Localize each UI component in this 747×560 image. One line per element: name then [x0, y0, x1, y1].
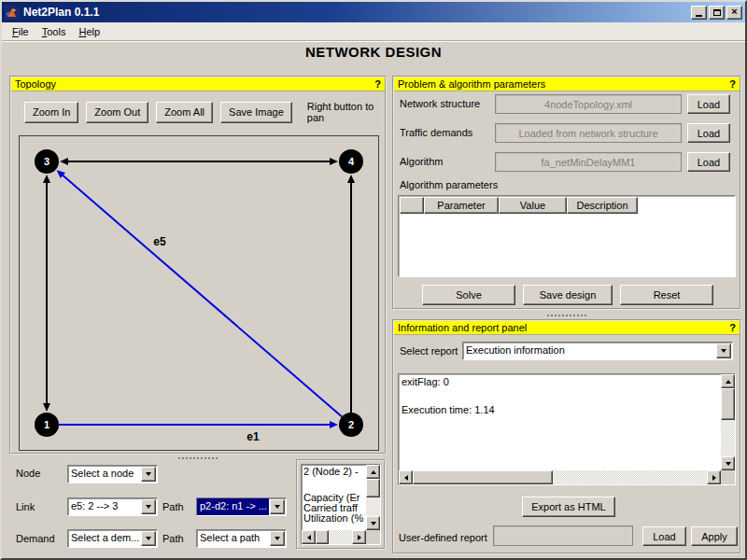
node-select-value: Select a node	[68, 466, 140, 483]
table-header-value[interactable]: Value	[499, 197, 567, 214]
demand-label: Demand	[16, 533, 55, 544]
save-image-button[interactable]: Save Image	[220, 102, 292, 123]
help-icon[interactable]: ?	[729, 322, 736, 333]
node-info-list: 2 (Node 2) - Capacity (ErCarried traffUt…	[302, 465, 366, 530]
solve-button[interactable]: Solve	[422, 285, 515, 305]
report-text[interactable]: exitFlag: 0 Execution time: 1.14	[399, 374, 721, 470]
title-bar[interactable]: Net2Plan 0.1.1 ×	[2, 2, 745, 22]
algorithm-parameters-label: Algorithm parameters	[400, 179, 498, 190]
scrollbar-track[interactable]	[329, 530, 352, 544]
node-select[interactable]: Select a node	[67, 465, 158, 483]
report-select[interactable]: Execution information	[462, 342, 733, 360]
help-icon[interactable]: ?	[729, 78, 736, 90]
menu-help[interactable]: Help	[72, 24, 106, 39]
chevron-down-icon[interactable]	[270, 531, 285, 546]
pan-hint-text: Right button to pan	[307, 101, 385, 123]
table-header-description[interactable]: Description	[567, 197, 638, 214]
edge-label: e1	[247, 430, 260, 443]
app-icon	[5, 6, 20, 20]
scrollbar-thumb[interactable]	[366, 479, 380, 497]
maximize-button[interactable]	[709, 6, 725, 20]
apply-report-button[interactable]: Apply	[691, 526, 738, 546]
topology-graph[interactable]: e1e51234	[20, 136, 378, 450]
network-structure-label: Network structure	[400, 98, 480, 109]
scroll-up-button[interactable]	[721, 374, 735, 388]
load-network-button[interactable]: Load	[687, 94, 730, 114]
topology-toolbar: Zoom In Zoom Out Zoom All Save Image Rig…	[24, 101, 385, 123]
table-header-parameter[interactable]: Parameter	[424, 197, 499, 214]
zoom-in-button[interactable]: Zoom In	[24, 102, 78, 123]
table-header-row: Parameter Value Description	[400, 197, 735, 214]
arrow-down-icon	[726, 462, 731, 466]
chevron-down-icon[interactable]	[141, 531, 156, 546]
horizontal-scrollbar[interactable]	[399, 470, 721, 484]
graph-node-label: 2	[348, 419, 354, 430]
chevron-down-icon[interactable]	[141, 499, 156, 514]
topology-canvas[interactable]: e1e51234	[19, 135, 379, 451]
path-label: Path	[162, 501, 184, 512]
zoom-all-button[interactable]: Zoom All	[156, 102, 213, 123]
close-icon: ×	[731, 7, 737, 17]
user-report-field[interactable]	[493, 525, 633, 546]
arrow-up-icon	[371, 470, 376, 474]
algorithm-label: Algorithm	[400, 156, 443, 167]
scroll-left-button[interactable]	[302, 530, 316, 544]
load-traffic-button[interactable]: Load	[687, 123, 730, 143]
traffic-demands-field: Loaded from network structure	[495, 123, 682, 143]
scroll-right-button[interactable]	[707, 470, 721, 484]
path-select[interactable]: p2-d2: n1 -> ...	[196, 497, 287, 516]
user-report-label: User-defined report	[399, 532, 487, 543]
report-textarea[interactable]: exitFlag: 0 Execution time: 1.14	[398, 373, 736, 485]
horizontal-splitter-right[interactable]	[392, 313, 741, 318]
link-select-value: e5: 2 --> 3	[68, 498, 140, 515]
reset-button[interactable]: Reset	[620, 285, 713, 305]
table-header-blank[interactable]	[400, 197, 424, 214]
menu-file[interactable]: File	[6, 24, 35, 39]
chevron-down-icon[interactable]	[141, 467, 156, 482]
demand-select-value: Select a dem...	[68, 530, 140, 547]
splitter-grip[interactable]	[546, 314, 587, 318]
maximize-icon	[713, 9, 721, 16]
horizontal-scrollbar[interactable]	[302, 530, 366, 544]
help-icon[interactable]: ?	[374, 78, 381, 90]
scroll-up-button[interactable]	[366, 465, 380, 479]
problem-panel-header: Problem & algorithm parameters ?	[394, 77, 740, 91]
list-item[interactable]: Utilization (%	[303, 513, 366, 524]
chevron-down-icon[interactable]	[716, 343, 731, 358]
vertical-scrollbar[interactable]	[366, 465, 380, 530]
list-item[interactable]: 2 (Node 2) -	[303, 467, 366, 477]
node-info-panel: 2 (Node 2) - Capacity (ErCarried traffUt…	[296, 459, 386, 550]
close-button[interactable]: ×	[726, 6, 742, 20]
scroll-down-button[interactable]	[721, 456, 735, 470]
export-html-button[interactable]: Export as HTML	[522, 497, 615, 517]
menu-tools[interactable]: Tools	[35, 24, 73, 39]
graph-node-label: 1	[44, 419, 49, 430]
select-report-label: Select report	[400, 345, 458, 357]
scrollbar-thumb[interactable]	[721, 388, 735, 420]
algorithm-parameters-table[interactable]: Parameter Value Description	[398, 195, 736, 277]
scrollbar-track[interactable]	[553, 470, 707, 484]
scrollbar-track[interactable]	[366, 497, 380, 516]
scrollbar-track[interactable]	[721, 420, 735, 456]
demand-select[interactable]: Select a dem...	[67, 529, 158, 548]
zoom-out-button[interactable]: Zoom Out	[86, 102, 148, 123]
vertical-scrollbar[interactable]	[721, 374, 735, 470]
link-select[interactable]: e5: 2 --> 3	[67, 497, 158, 516]
scroll-down-button[interactable]	[366, 516, 380, 530]
scroll-right-button[interactable]	[352, 530, 366, 544]
minimize-button[interactable]	[691, 6, 707, 20]
scrollbar-thumb[interactable]	[316, 530, 329, 544]
load-algorithm-button[interactable]: Load	[687, 152, 730, 172]
splitter-grip[interactable]	[177, 456, 218, 461]
report-panel-header: Information and report panel ?	[394, 321, 740, 335]
report-select-value: Execution information	[463, 343, 715, 359]
chevron-down-icon[interactable]	[270, 499, 285, 514]
problem-panel-title: Problem & algorithm parameters	[398, 78, 729, 90]
scroll-left-button[interactable]	[399, 470, 413, 484]
algorithm-field: fa_netMinDelayMM1	[495, 152, 682, 172]
node-info-listbox[interactable]: 2 (Node 2) - Capacity (ErCarried traffUt…	[301, 464, 381, 545]
load-report-button[interactable]: Load	[642, 526, 686, 546]
scrollbar-thumb[interactable]	[413, 470, 553, 484]
save-design-button[interactable]: Save design	[523, 285, 613, 305]
path2-select[interactable]: Select a path	[196, 529, 287, 548]
